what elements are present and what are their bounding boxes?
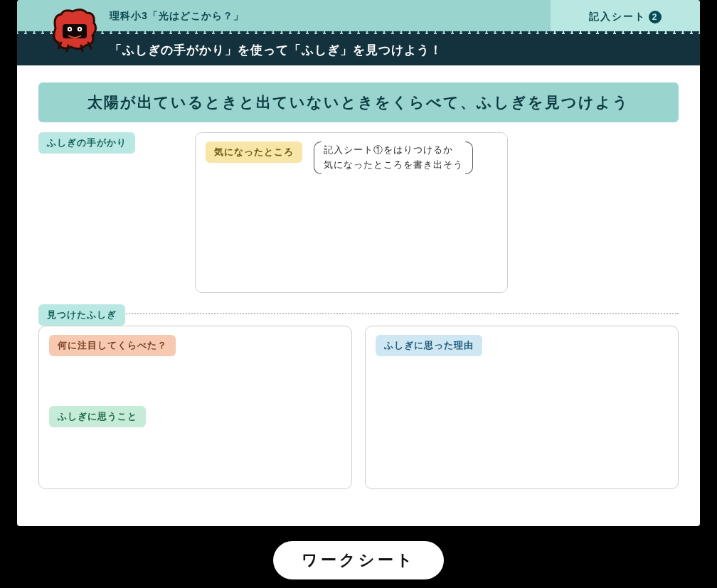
svg-point-3 [69, 28, 70, 30]
compare-q1-tag: 何に注目してくらべた？ [49, 335, 176, 356]
row-two-boxes: 何に注目してくらべた？ ふしぎに思うこと ふしぎに思った理由 [38, 326, 679, 489]
found-divider: 見つけたふしぎ [38, 306, 679, 319]
found-tag: 見つけたふしぎ [38, 304, 125, 326]
header-bar: 理科小3「光はどこから？」 記入シート 2 [17, 0, 700, 34]
clue-column: ふしぎの手がかり [38, 132, 188, 293]
sheet-number: 2 [649, 11, 662, 23]
content-area: 太陽が出ているときと出ていないときをくらべて、ふしぎを見つけよう ふしぎの手がか… [17, 65, 700, 503]
svg-point-4 [79, 28, 80, 30]
sub-banner-text: 「ふしぎの手がかり」を使って「ふしぎ」を見つけよう！ [110, 42, 442, 58]
worksheet-button[interactable]: ワークシート [273, 541, 444, 579]
worksheet-page: 理科小3「光はどこから？」 記入シート 2 「ふしぎの手がかり」を使って「ふしぎ… [17, 0, 700, 526]
noticed-hint-line2: 気になったところを書き出そう [324, 158, 463, 173]
row-clue-and-box: ふしぎの手がかり 気になったところ 記入シート①をはりつけるか 気になったところ… [38, 132, 679, 293]
compare-box[interactable]: 何に注目してくらべた？ ふしぎに思うこと [38, 326, 352, 489]
sub-banner: 「ふしぎの手がかり」を使って「ふしぎ」を見つけよう！ [17, 34, 700, 65]
reason-box[interactable]: ふしぎに思った理由 [365, 326, 679, 489]
noticed-box[interactable]: 気になったところ 記入シート①をはりつけるか 気になったところを書き出そう [195, 132, 508, 293]
compare-q2-tag: ふしぎに思うこと [49, 406, 146, 427]
reason-tag: ふしぎに思った理由 [376, 335, 482, 356]
svg-rect-0 [63, 24, 87, 38]
noticed-hint-line1: 記入シート①をはりつけるか [324, 143, 463, 158]
dotted-line [38, 313, 679, 314]
sheet-label: 記入シート [589, 11, 646, 23]
noticed-tag: 気になったところ [206, 141, 302, 163]
mascot-icon [48, 7, 100, 53]
main-prompt: 太陽が出ているときと出ていないときをくらべて、ふしぎを見つけよう [38, 82, 679, 122]
clue-tag: ふしぎの手がかり [38, 132, 135, 154]
sheet-badge: 記入シート 2 [551, 0, 700, 34]
course-title: 理科小3「光はどこから？」 [110, 10, 244, 23]
noticed-hint: 記入シート①をはりつけるか 気になったところを書き出そう [314, 141, 473, 174]
